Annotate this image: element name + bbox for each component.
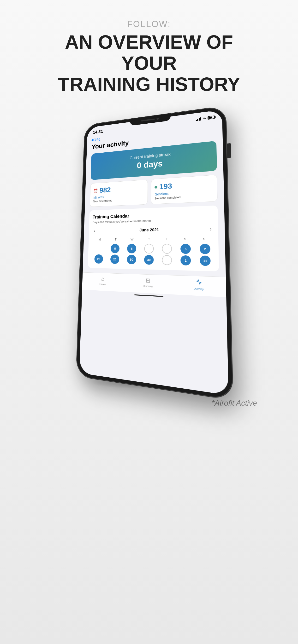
- cal-day[interactable]: 5: [127, 244, 136, 254]
- day-header-f: F: [158, 236, 176, 242]
- day-header-s2: S: [195, 236, 214, 242]
- sessions-dot: [155, 186, 158, 188]
- cal-day[interactable]: 5: [111, 244, 120, 253]
- stats-row: ⏰ 982 Minutes Total time trained 193: [90, 175, 218, 207]
- main-title: AN OVERVIEW OF YOUR TRAINING HISTORY: [41, 32, 257, 95]
- cal-day[interactable]: 30: [144, 255, 154, 265]
- tab-discover-label: Discover: [143, 284, 153, 288]
- clock-icon: ⏰: [93, 188, 98, 193]
- cal-day: [95, 244, 103, 253]
- screen-content: Your activity Current training streak 0 …: [83, 128, 226, 277]
- home-bar: [134, 294, 163, 297]
- sessions-number: 193: [159, 182, 172, 191]
- day-header-t1: T: [107, 237, 124, 242]
- calendar-section: Training Calendar Days and minutes you'v…: [88, 205, 219, 272]
- status-icons: ∿: [196, 115, 215, 122]
- calendar-grid: 5 5 5 2 20 20 50 30 1 11: [91, 244, 215, 266]
- minutes-stat-card: ⏰ 982 Minutes Total time trained: [90, 180, 148, 207]
- discover-icon: ⊞: [146, 277, 151, 284]
- cal-day: [162, 244, 172, 254]
- calendar-header: ‹ June 2021 ›: [92, 225, 214, 234]
- tab-discover[interactable]: ⊞ Discover: [143, 277, 153, 288]
- header-section: FOLLOW: AN OVERVIEW OF YOUR TRAINING HIS…: [41, 19, 257, 95]
- follow-label: FOLLOW:: [41, 19, 257, 29]
- battery-fill: [208, 116, 212, 119]
- cal-day[interactable]: 11: [200, 256, 210, 266]
- sessions-stat-card: 193 Sessions Sessions completed: [151, 175, 218, 204]
- cal-day: [162, 255, 172, 265]
- speaker: [141, 118, 155, 122]
- cal-day[interactable]: 2: [200, 244, 210, 254]
- footer-text: *Airofit Active: [41, 399, 257, 408]
- tab-home-label: Home: [99, 283, 106, 286]
- calendar-next-button[interactable]: ›: [208, 225, 214, 233]
- tab-home[interactable]: ⌂ Home: [99, 275, 106, 286]
- activity-icon: [196, 279, 202, 287]
- day-header-m: M: [92, 237, 107, 242]
- phone-screen: 14.31 ∿ ◀ Søg: [79, 110, 229, 395]
- tab-activity[interactable]: Activity: [194, 279, 204, 290]
- signal-icon: [196, 117, 201, 121]
- calendar-prev-button[interactable]: ‹: [92, 227, 97, 234]
- battery-icon: [208, 115, 215, 119]
- day-header-w: W: [123, 236, 140, 242]
- calendar-days-header: M T W T F S S: [92, 236, 214, 242]
- calendar-month: June 2021: [139, 227, 159, 232]
- time-display: 14.31: [93, 129, 103, 135]
- phone-outer: 14.31 ∿ ◀ Søg: [76, 106, 233, 400]
- cal-day[interactable]: 20: [110, 254, 119, 264]
- cal-day[interactable]: 20: [94, 254, 103, 264]
- side-button: [227, 143, 231, 158]
- day-header-t2: T: [140, 236, 158, 242]
- day-header-s1: S: [176, 236, 195, 242]
- wifi-icon: ∿: [203, 116, 206, 121]
- home-icon: ⌂: [101, 276, 105, 282]
- cal-day[interactable]: 5: [181, 244, 191, 254]
- camera: [157, 118, 159, 120]
- tab-activity-label: Activity: [194, 287, 204, 291]
- minutes-number: 982: [99, 186, 111, 194]
- cal-day[interactable]: 1: [181, 256, 191, 266]
- cal-day: [144, 244, 154, 254]
- phone-mockup: 14.31 ∿ ◀ Søg: [67, 109, 231, 380]
- cal-day[interactable]: 50: [127, 255, 136, 264]
